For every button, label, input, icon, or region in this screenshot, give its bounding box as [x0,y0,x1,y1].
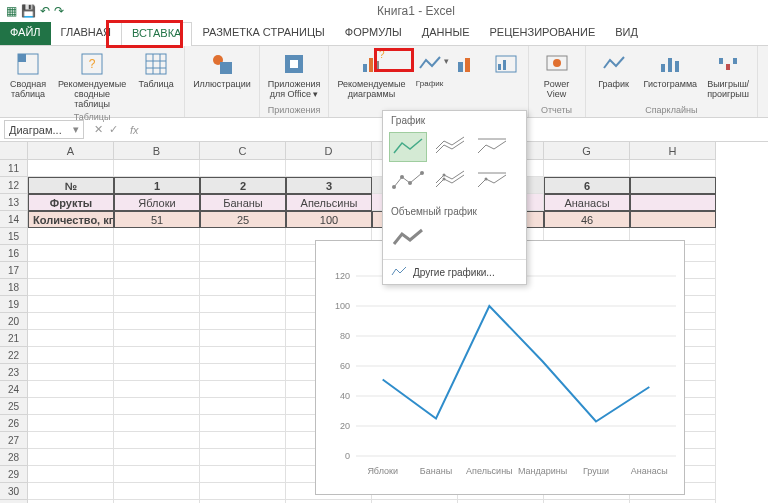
undo-icon[interactable]: ↶ [40,4,50,18]
cell[interactable] [200,347,286,364]
chart-option-line-markers[interactable] [389,166,427,196]
sparkline-line-button[interactable]: График [590,48,638,105]
cell[interactable] [28,279,114,296]
rowhead[interactable]: 19 [0,296,28,313]
cell[interactable] [28,228,114,245]
cell[interactable]: 25 [200,211,286,228]
cell[interactable] [28,330,114,347]
rowhead[interactable]: 26 [0,415,28,432]
tab-file[interactable]: ФАЙЛ [0,22,51,45]
cell[interactable] [28,415,114,432]
addins-button[interactable]: Приложения для Office ▾ [264,48,325,105]
rowhead[interactable]: 23 [0,364,28,381]
cell[interactable] [114,296,200,313]
cell[interactable] [28,398,114,415]
colhead[interactable]: G [544,142,630,160]
cell[interactable]: 2 [200,177,286,194]
cell[interactable] [200,262,286,279]
rowhead[interactable]: 15 [0,228,28,245]
cell[interactable] [28,347,114,364]
rowhead[interactable]: 21 [0,330,28,347]
pivotchart-button[interactable] [488,48,524,115]
colhead[interactable]: D [286,142,372,160]
cell[interactable] [114,160,200,177]
cell[interactable]: 46 [544,211,630,228]
rowhead[interactable]: 22 [0,347,28,364]
cell[interactable] [630,194,716,211]
sparkline-winloss-button[interactable]: Выигрыш/ проигрыш [703,48,753,105]
cell[interactable] [200,398,286,415]
cell[interactable] [286,160,372,177]
cell[interactable] [200,313,286,330]
rowhead[interactable]: 20 [0,313,28,330]
cell[interactable]: Бананы [200,194,286,211]
cell[interactable] [114,364,200,381]
cell[interactable] [114,432,200,449]
chart-plot-area[interactable]: 020406080100120ЯблокиБананыАпельсиныМанд… [316,266,686,486]
tab-layout[interactable]: РАЗМЕТКА СТРАНИЦЫ [192,22,334,45]
cell[interactable]: 1 [114,177,200,194]
cell[interactable] [114,415,200,432]
cell[interactable] [28,160,114,177]
cell[interactable] [114,228,200,245]
cell[interactable] [114,330,200,347]
rowhead[interactable]: 24 [0,381,28,398]
table-button[interactable]: Таблица [132,48,180,112]
cell[interactable] [28,313,114,330]
fx-label[interactable]: fx [124,124,139,136]
cell[interactable] [114,313,200,330]
cell[interactable] [114,483,200,500]
rowhead[interactable]: 16 [0,245,28,262]
accept-icon[interactable]: ✓ [109,123,118,136]
colhead[interactable]: C [200,142,286,160]
cell[interactable] [200,296,286,313]
cell[interactable] [28,245,114,262]
cell[interactable] [200,228,286,245]
cell[interactable] [200,245,286,262]
cell[interactable] [200,330,286,347]
tab-insert[interactable]: ВСТАВКА [121,22,192,46]
cell[interactable] [200,279,286,296]
cell[interactable] [200,449,286,466]
save-icon[interactable]: 💾 [21,4,36,18]
rowhead[interactable]: 11 [0,160,28,177]
cell[interactable] [544,160,630,177]
tab-view[interactable]: ВИД [605,22,648,45]
chevron-down-icon[interactable]: ▾ [73,123,79,136]
cell[interactable] [200,432,286,449]
redo-icon[interactable]: ↷ [54,4,64,18]
cell[interactable] [200,483,286,500]
cell[interactable] [114,381,200,398]
colhead[interactable]: A [28,142,114,160]
cell[interactable]: № [28,177,114,194]
cell[interactable]: Ананасы [544,194,630,211]
rowhead[interactable]: 25 [0,398,28,415]
cell[interactable] [114,262,200,279]
tab-formulas[interactable]: ФОРМУЛЫ [335,22,412,45]
rowhead[interactable]: 27 [0,432,28,449]
rowhead[interactable]: 13 [0,194,28,211]
line-chart-button[interactable]: ▾ График [412,48,448,115]
cell[interactable] [630,160,716,177]
cell[interactable] [114,245,200,262]
rowhead[interactable]: 28 [0,449,28,466]
cell[interactable] [200,160,286,177]
cell[interactable]: 51 [114,211,200,228]
misc-chart-button[interactable] [450,48,486,115]
more-charts-link[interactable]: Другие графики... [383,259,526,284]
recommended-pivot-button[interactable]: ? Рекомендуемые сводные таблицы [54,48,130,112]
cell[interactable] [200,364,286,381]
name-box[interactable]: Диаграм...▾ [4,120,84,139]
colhead[interactable]: B [114,142,200,160]
cell[interactable]: Количество, кг [28,211,114,228]
sparkline-column-button[interactable]: Гистограмма [640,48,702,105]
cell[interactable] [28,296,114,313]
cell[interactable]: Фрукты [28,194,114,211]
chart-option-line[interactable] [389,132,427,162]
tab-review[interactable]: РЕЦЕНЗИРОВАНИЕ [479,22,605,45]
cell[interactable]: Яблоки [114,194,200,211]
cell[interactable] [114,466,200,483]
cell[interactable] [114,279,200,296]
cell[interactable] [28,262,114,279]
tab-data[interactable]: ДАННЫЕ [412,22,480,45]
